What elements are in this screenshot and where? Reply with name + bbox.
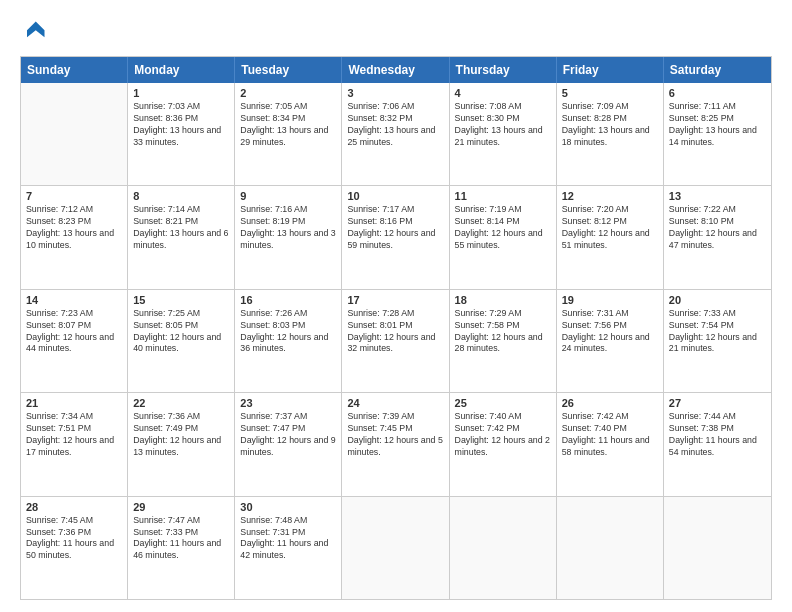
- calendar-cell: 30Sunrise: 7:48 AMSunset: 7:31 PMDayligh…: [235, 497, 342, 599]
- calendar-cell: 14Sunrise: 7:23 AMSunset: 8:07 PMDayligh…: [21, 290, 128, 392]
- calendar-header: SundayMondayTuesdayWednesdayThursdayFrid…: [21, 57, 771, 83]
- day-number: 25: [455, 397, 551, 409]
- day-number: 30: [240, 501, 336, 513]
- calendar-cell: [342, 497, 449, 599]
- calendar-body: 1Sunrise: 7:03 AMSunset: 8:36 PMDaylight…: [21, 83, 771, 599]
- calendar-cell: 8Sunrise: 7:14 AMSunset: 8:21 PMDaylight…: [128, 186, 235, 288]
- day-number: 24: [347, 397, 443, 409]
- calendar-row: 7Sunrise: 7:12 AMSunset: 8:23 PMDaylight…: [21, 185, 771, 288]
- day-info: Sunrise: 7:06 AMSunset: 8:32 PMDaylight:…: [347, 101, 443, 149]
- calendar-page: SundayMondayTuesdayWednesdayThursdayFrid…: [0, 0, 792, 612]
- calendar-cell: 1Sunrise: 7:03 AMSunset: 8:36 PMDaylight…: [128, 83, 235, 185]
- calendar-cell: 21Sunrise: 7:34 AMSunset: 7:51 PMDayligh…: [21, 393, 128, 495]
- day-number: 17: [347, 294, 443, 306]
- calendar-row: 21Sunrise: 7:34 AMSunset: 7:51 PMDayligh…: [21, 392, 771, 495]
- calendar-cell: 6Sunrise: 7:11 AMSunset: 8:25 PMDaylight…: [664, 83, 771, 185]
- day-info: Sunrise: 7:14 AMSunset: 8:21 PMDaylight:…: [133, 204, 229, 252]
- day-number: 5: [562, 87, 658, 99]
- day-info: Sunrise: 7:28 AMSunset: 8:01 PMDaylight:…: [347, 308, 443, 356]
- day-number: 23: [240, 397, 336, 409]
- calendar-cell: 28Sunrise: 7:45 AMSunset: 7:36 PMDayligh…: [21, 497, 128, 599]
- day-info: Sunrise: 7:44 AMSunset: 7:38 PMDaylight:…: [669, 411, 766, 459]
- calendar-cell: 18Sunrise: 7:29 AMSunset: 7:58 PMDayligh…: [450, 290, 557, 392]
- calendar-cell: 25Sunrise: 7:40 AMSunset: 7:42 PMDayligh…: [450, 393, 557, 495]
- page-header: [20, 18, 772, 46]
- day-info: Sunrise: 7:42 AMSunset: 7:40 PMDaylight:…: [562, 411, 658, 459]
- day-number: 7: [26, 190, 122, 202]
- calendar-cell: 27Sunrise: 7:44 AMSunset: 7:38 PMDayligh…: [664, 393, 771, 495]
- day-number: 21: [26, 397, 122, 409]
- weekday-header: Friday: [557, 57, 664, 83]
- calendar-row: 1Sunrise: 7:03 AMSunset: 8:36 PMDaylight…: [21, 83, 771, 185]
- day-info: Sunrise: 7:29 AMSunset: 7:58 PMDaylight:…: [455, 308, 551, 356]
- logo: [20, 18, 50, 46]
- day-info: Sunrise: 7:16 AMSunset: 8:19 PMDaylight:…: [240, 204, 336, 252]
- calendar-row: 28Sunrise: 7:45 AMSunset: 7:36 PMDayligh…: [21, 496, 771, 599]
- day-number: 3: [347, 87, 443, 99]
- day-info: Sunrise: 7:03 AMSunset: 8:36 PMDaylight:…: [133, 101, 229, 149]
- day-info: Sunrise: 7:20 AMSunset: 8:12 PMDaylight:…: [562, 204, 658, 252]
- day-info: Sunrise: 7:45 AMSunset: 7:36 PMDaylight:…: [26, 515, 122, 563]
- day-info: Sunrise: 7:39 AMSunset: 7:45 PMDaylight:…: [347, 411, 443, 459]
- weekday-header: Wednesday: [342, 57, 449, 83]
- day-info: Sunrise: 7:23 AMSunset: 8:07 PMDaylight:…: [26, 308, 122, 356]
- day-info: Sunrise: 7:25 AMSunset: 8:05 PMDaylight:…: [133, 308, 229, 356]
- day-number: 29: [133, 501, 229, 513]
- calendar-cell: 10Sunrise: 7:17 AMSunset: 8:16 PMDayligh…: [342, 186, 449, 288]
- calendar-cell: 2Sunrise: 7:05 AMSunset: 8:34 PMDaylight…: [235, 83, 342, 185]
- calendar-cell: [450, 497, 557, 599]
- calendar-cell: 20Sunrise: 7:33 AMSunset: 7:54 PMDayligh…: [664, 290, 771, 392]
- calendar-cell: 29Sunrise: 7:47 AMSunset: 7:33 PMDayligh…: [128, 497, 235, 599]
- calendar-cell: [664, 497, 771, 599]
- day-info: Sunrise: 7:17 AMSunset: 8:16 PMDaylight:…: [347, 204, 443, 252]
- day-info: Sunrise: 7:31 AMSunset: 7:56 PMDaylight:…: [562, 308, 658, 356]
- weekday-header: Sunday: [21, 57, 128, 83]
- day-number: 19: [562, 294, 658, 306]
- calendar-cell: 12Sunrise: 7:20 AMSunset: 8:12 PMDayligh…: [557, 186, 664, 288]
- day-number: 27: [669, 397, 766, 409]
- calendar-cell: 9Sunrise: 7:16 AMSunset: 8:19 PMDaylight…: [235, 186, 342, 288]
- day-number: 22: [133, 397, 229, 409]
- day-info: Sunrise: 7:26 AMSunset: 8:03 PMDaylight:…: [240, 308, 336, 356]
- calendar-cell: 19Sunrise: 7:31 AMSunset: 7:56 PMDayligh…: [557, 290, 664, 392]
- weekday-header: Thursday: [450, 57, 557, 83]
- day-number: 28: [26, 501, 122, 513]
- day-info: Sunrise: 7:19 AMSunset: 8:14 PMDaylight:…: [455, 204, 551, 252]
- calendar-cell: 3Sunrise: 7:06 AMSunset: 8:32 PMDaylight…: [342, 83, 449, 185]
- day-number: 13: [669, 190, 766, 202]
- logo-icon: [20, 18, 48, 46]
- day-number: 2: [240, 87, 336, 99]
- weekday-header: Monday: [128, 57, 235, 83]
- day-info: Sunrise: 7:47 AMSunset: 7:33 PMDaylight:…: [133, 515, 229, 563]
- calendar-row: 14Sunrise: 7:23 AMSunset: 8:07 PMDayligh…: [21, 289, 771, 392]
- day-number: 16: [240, 294, 336, 306]
- day-number: 10: [347, 190, 443, 202]
- day-number: 8: [133, 190, 229, 202]
- calendar-cell: [21, 83, 128, 185]
- day-number: 20: [669, 294, 766, 306]
- day-number: 18: [455, 294, 551, 306]
- day-info: Sunrise: 7:40 AMSunset: 7:42 PMDaylight:…: [455, 411, 551, 459]
- day-info: Sunrise: 7:11 AMSunset: 8:25 PMDaylight:…: [669, 101, 766, 149]
- weekday-header: Tuesday: [235, 57, 342, 83]
- calendar-cell: 5Sunrise: 7:09 AMSunset: 8:28 PMDaylight…: [557, 83, 664, 185]
- day-info: Sunrise: 7:34 AMSunset: 7:51 PMDaylight:…: [26, 411, 122, 459]
- day-number: 4: [455, 87, 551, 99]
- calendar-cell: 24Sunrise: 7:39 AMSunset: 7:45 PMDayligh…: [342, 393, 449, 495]
- svg-marker-1: [27, 22, 45, 38]
- calendar-cell: 13Sunrise: 7:22 AMSunset: 8:10 PMDayligh…: [664, 186, 771, 288]
- day-number: 11: [455, 190, 551, 202]
- calendar-cell: 7Sunrise: 7:12 AMSunset: 8:23 PMDaylight…: [21, 186, 128, 288]
- calendar-cell: 11Sunrise: 7:19 AMSunset: 8:14 PMDayligh…: [450, 186, 557, 288]
- day-info: Sunrise: 7:08 AMSunset: 8:30 PMDaylight:…: [455, 101, 551, 149]
- day-number: 6: [669, 87, 766, 99]
- calendar-cell: 26Sunrise: 7:42 AMSunset: 7:40 PMDayligh…: [557, 393, 664, 495]
- calendar-cell: 17Sunrise: 7:28 AMSunset: 8:01 PMDayligh…: [342, 290, 449, 392]
- day-number: 1: [133, 87, 229, 99]
- calendar: SundayMondayTuesdayWednesdayThursdayFrid…: [20, 56, 772, 600]
- calendar-cell: 16Sunrise: 7:26 AMSunset: 8:03 PMDayligh…: [235, 290, 342, 392]
- day-info: Sunrise: 7:05 AMSunset: 8:34 PMDaylight:…: [240, 101, 336, 149]
- day-number: 14: [26, 294, 122, 306]
- calendar-cell: 4Sunrise: 7:08 AMSunset: 8:30 PMDaylight…: [450, 83, 557, 185]
- day-number: 9: [240, 190, 336, 202]
